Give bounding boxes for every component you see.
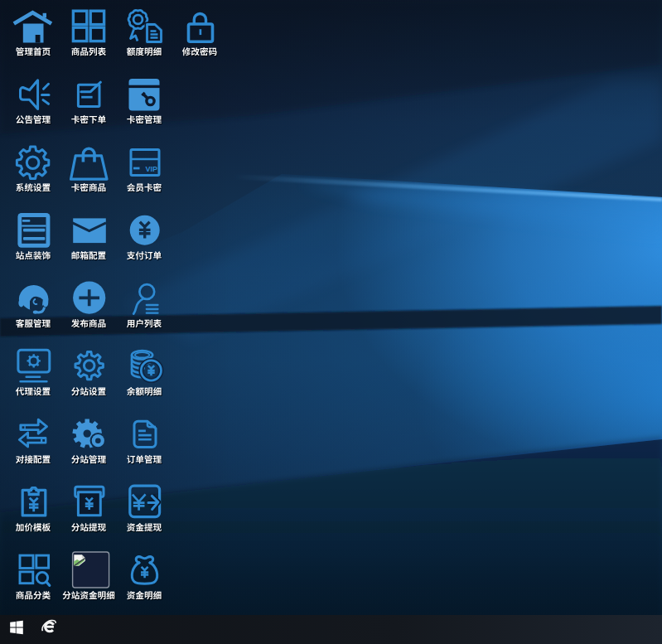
svg-text:VIP: VIP bbox=[146, 165, 158, 173]
